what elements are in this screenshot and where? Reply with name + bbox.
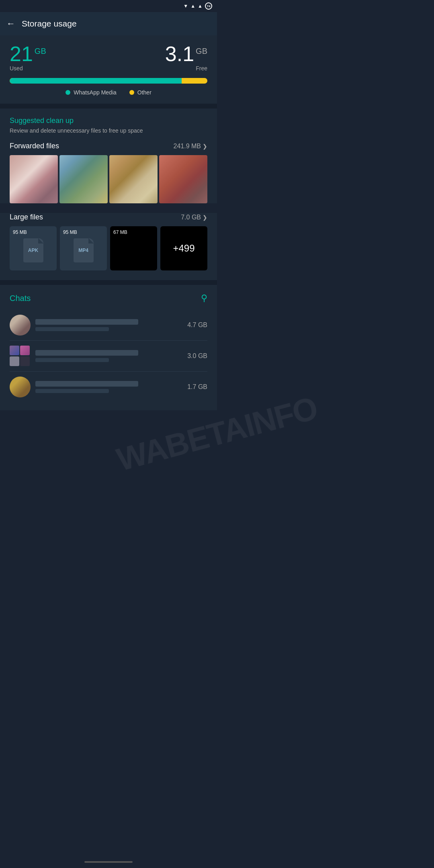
apk-label: APK: [28, 248, 38, 253]
chats-header: Chats ⚲: [10, 293, 207, 303]
chat-item-2[interactable]: 3.0 GB: [10, 341, 207, 372]
signal-icon-2: ▲: [198, 3, 203, 9]
storage-overview: 21 GB Used 3.1 GB Free WhatsApp Media Ot…: [0, 35, 217, 104]
large-files-title: Large files: [10, 213, 43, 221]
chat-name-bar-2: [35, 350, 138, 356]
legend-whatsapp: WhatsApp Media: [66, 89, 117, 96]
chat-sub-bar-3: [35, 389, 109, 393]
header: ← Storage usage: [0, 12, 217, 35]
chevron-right-icon: ❯: [203, 143, 207, 149]
chat-item-1[interactable]: 4.7 GB: [10, 310, 207, 341]
used-unit: GB: [35, 47, 46, 56]
large-files-chevron-icon: ❯: [203, 214, 207, 221]
file-thumb-mp4[interactable]: 95 MB MP4: [60, 226, 107, 270]
file-thumb-apk[interactable]: 95 MB APK: [10, 226, 57, 270]
forwarded-files-size: 241.9 MB ❯: [174, 143, 207, 150]
mp4-label: MP4: [78, 248, 88, 253]
section-gap-2: [0, 280, 217, 285]
storage-legend: WhatsApp Media Other: [10, 89, 207, 96]
cleanup-section: Suggested clean up Review and delete unn…: [0, 108, 217, 203]
thumbnail-4: [159, 155, 207, 203]
search-button[interactable]: ⚲: [201, 293, 207, 303]
page-title: Storage usage: [22, 19, 77, 29]
used-label: Used: [10, 65, 46, 72]
chat-avatar-1: [10, 315, 31, 336]
battery-icon: 74: [205, 2, 212, 10]
forwarded-thumbnails[interactable]: [10, 155, 207, 203]
section-gap-1: [0, 104, 217, 108]
storage-used: 21 GB Used: [10, 43, 46, 72]
forwarded-files-header[interactable]: Forwarded files 241.9 MB ❯: [10, 142, 207, 150]
storage-bar-used: [10, 78, 182, 84]
chat-avatar-3: [10, 377, 31, 397]
mini-avatar-2c: [10, 356, 19, 366]
chat-name-bar-1: [35, 319, 138, 325]
mp4-file-icon: MP4: [74, 238, 94, 262]
legend-other: Other: [129, 89, 151, 96]
chat-name-bar-3: [35, 381, 138, 387]
legend-label-whatsapp: WhatsApp Media: [74, 89, 117, 96]
thumbnail-3: [109, 155, 158, 203]
file-size-mp4: 95 MB: [63, 229, 77, 235]
storage-free: 3.1 GB Free: [165, 43, 207, 72]
legend-label-other: Other: [137, 89, 151, 96]
file-size-unknown: 67 MB: [113, 229, 127, 235]
mini-avatar-2a: [10, 346, 19, 355]
chat-size-2: 3.0 GB: [187, 352, 207, 360]
thumbnail-2: [59, 155, 108, 203]
chat-sub-bar-2: [35, 358, 109, 362]
file-thumb-more[interactable]: +499: [160, 226, 207, 270]
wifi-icon: ▼: [183, 3, 188, 9]
large-files-size: 7.0 GB ❯: [181, 214, 207, 221]
legend-dot-other: [129, 90, 134, 95]
mini-avatar-2d: [20, 356, 30, 366]
thumbnail-1: [10, 155, 58, 203]
more-count-label: +499: [173, 243, 194, 254]
signal-icon: ▲: [190, 3, 195, 9]
chats-title: Chats: [10, 294, 31, 303]
used-number: 21: [10, 43, 33, 64]
file-size-apk: 95 MB: [13, 229, 27, 235]
large-files-header[interactable]: Large files 7.0 GB ❯: [10, 213, 207, 221]
storage-bar: [10, 78, 207, 84]
large-file-thumbnails: 95 MB APK 95 MB MP4 67 MB +499: [10, 226, 207, 270]
chat-avatar-2: [10, 346, 31, 366]
free-unit: GB: [196, 47, 207, 56]
chat-size-3: 1.7 GB: [187, 383, 207, 391]
back-button[interactable]: ←: [6, 18, 15, 29]
cleanup-title: Suggested clean up: [10, 117, 207, 125]
free-label: Free: [196, 65, 207, 72]
chat-sub-bar-1: [35, 327, 109, 331]
storage-numbers: 21 GB Used 3.1 GB Free: [10, 43, 207, 72]
chat-item-3[interactable]: 1.7 GB: [10, 372, 207, 402]
cleanup-subtitle: Review and delete unnecessary files to f…: [10, 127, 207, 134]
chat-info-2: [35, 350, 182, 362]
chat-info-1: [35, 319, 182, 331]
status-bar: ▼ ▲ ▲ 74: [0, 0, 217, 12]
legend-dot-whatsapp: [66, 90, 70, 95]
apk-file-icon: APK: [23, 238, 43, 262]
mini-avatar-2b: [20, 346, 30, 355]
file-thumb-unknown[interactable]: 67 MB: [110, 226, 157, 270]
free-number: 3.1: [165, 43, 194, 64]
large-files-section: Large files 7.0 GB ❯ 95 MB APK 95 MB MP4…: [0, 213, 217, 280]
chats-section: Chats ⚲ 4.7 GB 3.0 GB: [0, 285, 217, 410]
forwarded-files-title: Forwarded files: [10, 142, 59, 150]
chat-size-1: 4.7 GB: [187, 321, 207, 329]
chat-info-3: [35, 381, 182, 393]
